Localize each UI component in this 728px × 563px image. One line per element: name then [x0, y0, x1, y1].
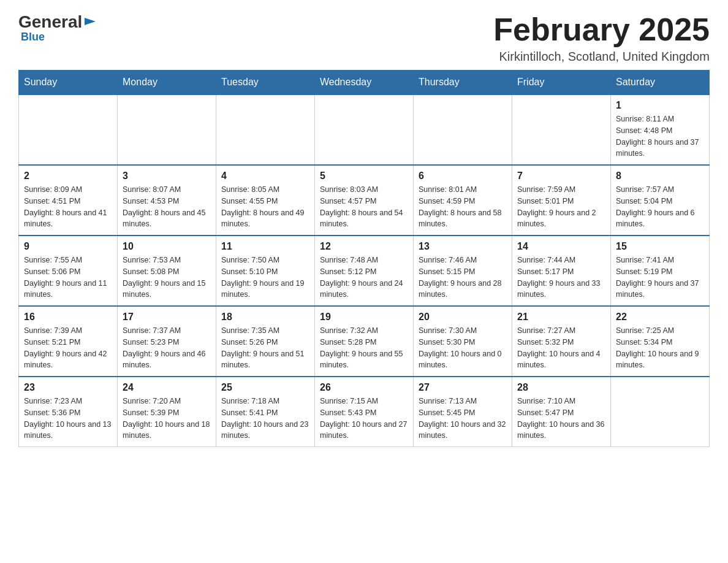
day-number: 26 — [320, 382, 408, 393]
day-number: 9 — [24, 241, 112, 252]
day-info: Sunrise: 7:35 AMSunset: 5:26 PMDaylight:… — [221, 325, 309, 371]
day-number: 18 — [221, 312, 309, 323]
day-number: 28 — [517, 382, 605, 393]
calendar-cell: 7Sunrise: 7:59 AMSunset: 5:01 PMDaylight… — [512, 165, 611, 236]
calendar-cell — [611, 377, 710, 447]
day-number: 21 — [517, 312, 605, 323]
logo-flag-icon — [83, 17, 97, 30]
calendar-cell: 1Sunrise: 8:11 AMSunset: 4:48 PMDaylight… — [611, 94, 710, 165]
day-number: 23 — [24, 382, 112, 393]
calendar-cell: 21Sunrise: 7:27 AMSunset: 5:32 PMDayligh… — [512, 306, 611, 377]
calendar-cell: 2Sunrise: 8:09 AMSunset: 4:51 PMDaylight… — [19, 165, 118, 236]
day-number: 16 — [24, 312, 112, 323]
day-info: Sunrise: 7:10 AMSunset: 5:47 PMDaylight:… — [517, 396, 605, 442]
day-number: 12 — [320, 241, 408, 252]
calendar-cell: 22Sunrise: 7:25 AMSunset: 5:34 PMDayligh… — [611, 306, 710, 377]
day-number: 4 — [221, 170, 309, 182]
weekday-header-thursday: Thursday — [414, 71, 512, 95]
calendar-cell: 26Sunrise: 7:15 AMSunset: 5:43 PMDayligh… — [315, 377, 414, 447]
svg-marker-0 — [85, 18, 96, 25]
day-number: 17 — [123, 312, 211, 323]
day-info: Sunrise: 8:05 AMSunset: 4:55 PMDaylight:… — [221, 184, 309, 230]
weekday-header-sunday: Sunday — [19, 71, 118, 95]
day-info: Sunrise: 7:25 AMSunset: 5:34 PMDaylight:… — [616, 325, 704, 371]
weekday-header-friday: Friday — [512, 71, 611, 95]
calendar-cell — [512, 94, 611, 165]
day-info: Sunrise: 7:48 AMSunset: 5:12 PMDaylight:… — [320, 255, 408, 301]
calendar-cell: 17Sunrise: 7:37 AMSunset: 5:23 PMDayligh… — [118, 306, 216, 377]
weekday-header-monday: Monday — [118, 71, 216, 95]
day-number: 6 — [419, 170, 507, 182]
calendar-cell: 24Sunrise: 7:20 AMSunset: 5:39 PMDayligh… — [118, 377, 216, 447]
day-info: Sunrise: 7:27 AMSunset: 5:32 PMDaylight:… — [517, 325, 605, 371]
calendar-week-row: 1Sunrise: 8:11 AMSunset: 4:48 PMDaylight… — [19, 94, 710, 165]
calendar-cell: 25Sunrise: 7:18 AMSunset: 5:41 PMDayligh… — [216, 377, 315, 447]
calendar-cell: 28Sunrise: 7:10 AMSunset: 5:47 PMDayligh… — [512, 377, 611, 447]
weekday-header-tuesday: Tuesday — [216, 71, 315, 95]
calendar-week-row: 23Sunrise: 7:23 AMSunset: 5:36 PMDayligh… — [19, 377, 710, 447]
day-info: Sunrise: 8:07 AMSunset: 4:53 PMDaylight:… — [123, 184, 211, 230]
calendar-cell — [315, 94, 414, 165]
day-info: Sunrise: 7:41 AMSunset: 5:19 PMDaylight:… — [616, 255, 704, 301]
calendar-table: SundayMondayTuesdayWednesdayThursdayFrid… — [18, 70, 710, 447]
day-number: 15 — [616, 241, 704, 252]
day-info: Sunrise: 7:15 AMSunset: 5:43 PMDaylight:… — [320, 396, 408, 442]
title-block: February 2025 Kirkintilloch, Scotland, U… — [493, 12, 710, 64]
calendar-cell: 9Sunrise: 7:55 AMSunset: 5:06 PMDaylight… — [19, 236, 118, 306]
day-info: Sunrise: 7:30 AMSunset: 5:30 PMDaylight:… — [419, 325, 507, 371]
day-number: 22 — [616, 312, 704, 323]
day-number: 24 — [123, 382, 211, 393]
calendar-cell: 14Sunrise: 7:44 AMSunset: 5:17 PMDayligh… — [512, 236, 611, 306]
calendar-cell — [414, 94, 512, 165]
calendar-cell — [118, 94, 216, 165]
day-number: 1 — [616, 100, 704, 111]
weekday-header-saturday: Saturday — [611, 71, 710, 95]
logo-general-text: General — [18, 12, 82, 32]
day-number: 13 — [419, 241, 507, 252]
calendar-cell: 13Sunrise: 7:46 AMSunset: 5:15 PMDayligh… — [414, 236, 512, 306]
day-info: Sunrise: 7:39 AMSunset: 5:21 PMDaylight:… — [24, 325, 112, 371]
calendar-title: February 2025 — [493, 12, 710, 47]
calendar-cell: 16Sunrise: 7:39 AMSunset: 5:21 PMDayligh… — [19, 306, 118, 377]
logo: General Blue — [18, 12, 97, 44]
calendar-subtitle: Kirkintilloch, Scotland, United Kingdom — [493, 50, 710, 64]
day-info: Sunrise: 8:11 AMSunset: 4:48 PMDaylight:… — [616, 113, 704, 159]
day-info: Sunrise: 7:46 AMSunset: 5:15 PMDaylight:… — [419, 255, 507, 301]
day-number: 27 — [419, 382, 507, 393]
day-info: Sunrise: 8:09 AMSunset: 4:51 PMDaylight:… — [24, 184, 112, 230]
day-number: 3 — [123, 170, 211, 182]
calendar-cell: 20Sunrise: 7:30 AMSunset: 5:30 PMDayligh… — [414, 306, 512, 377]
calendar-cell — [19, 94, 118, 165]
calendar-cell: 12Sunrise: 7:48 AMSunset: 5:12 PMDayligh… — [315, 236, 414, 306]
day-info: Sunrise: 7:18 AMSunset: 5:41 PMDaylight:… — [221, 396, 309, 442]
calendar-week-row: 2Sunrise: 8:09 AMSunset: 4:51 PMDaylight… — [19, 165, 710, 236]
calendar-week-row: 16Sunrise: 7:39 AMSunset: 5:21 PMDayligh… — [19, 306, 710, 377]
calendar-cell: 23Sunrise: 7:23 AMSunset: 5:36 PMDayligh… — [19, 377, 118, 447]
day-number: 25 — [221, 382, 309, 393]
calendar-cell: 18Sunrise: 7:35 AMSunset: 5:26 PMDayligh… — [216, 306, 315, 377]
calendar-header-row: SundayMondayTuesdayWednesdayThursdayFrid… — [19, 71, 710, 95]
calendar-cell: 15Sunrise: 7:41 AMSunset: 5:19 PMDayligh… — [611, 236, 710, 306]
day-number: 2 — [24, 170, 112, 182]
page-header: General Blue February 2025 Kirkintilloch… — [18, 12, 710, 64]
day-number: 14 — [517, 241, 605, 252]
day-info: Sunrise: 8:03 AMSunset: 4:57 PMDaylight:… — [320, 184, 408, 230]
day-info: Sunrise: 7:32 AMSunset: 5:28 PMDaylight:… — [320, 325, 408, 371]
day-info: Sunrise: 7:55 AMSunset: 5:06 PMDaylight:… — [24, 255, 112, 301]
calendar-cell: 27Sunrise: 7:13 AMSunset: 5:45 PMDayligh… — [414, 377, 512, 447]
day-number: 10 — [123, 241, 211, 252]
day-info: Sunrise: 8:01 AMSunset: 4:59 PMDaylight:… — [419, 184, 507, 230]
day-info: Sunrise: 7:57 AMSunset: 5:04 PMDaylight:… — [616, 184, 704, 230]
day-info: Sunrise: 7:44 AMSunset: 5:17 PMDaylight:… — [517, 255, 605, 301]
weekday-header-wednesday: Wednesday — [315, 71, 414, 95]
day-info: Sunrise: 7:37 AMSunset: 5:23 PMDaylight:… — [123, 325, 211, 371]
calendar-cell: 10Sunrise: 7:53 AMSunset: 5:08 PMDayligh… — [118, 236, 216, 306]
calendar-week-row: 9Sunrise: 7:55 AMSunset: 5:06 PMDaylight… — [19, 236, 710, 306]
calendar-cell: 4Sunrise: 8:05 AMSunset: 4:55 PMDaylight… — [216, 165, 315, 236]
day-info: Sunrise: 7:13 AMSunset: 5:45 PMDaylight:… — [419, 396, 507, 442]
calendar-cell: 11Sunrise: 7:50 AMSunset: 5:10 PMDayligh… — [216, 236, 315, 306]
day-info: Sunrise: 7:59 AMSunset: 5:01 PMDaylight:… — [517, 184, 605, 230]
calendar-cell: 3Sunrise: 8:07 AMSunset: 4:53 PMDaylight… — [118, 165, 216, 236]
day-number: 7 — [517, 170, 605, 182]
day-info: Sunrise: 7:23 AMSunset: 5:36 PMDaylight:… — [24, 396, 112, 442]
